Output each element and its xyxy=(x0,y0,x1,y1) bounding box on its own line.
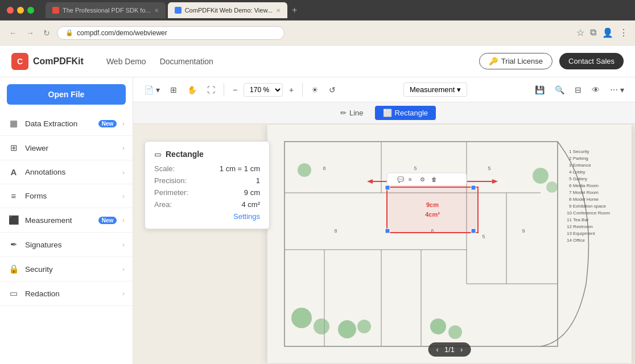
zoom-in-button[interactable]: + xyxy=(285,82,298,97)
sidebar-item-viewer[interactable]: ⊞ Viewer › xyxy=(0,136,133,160)
svg-text:⚙: ⚙ xyxy=(420,176,425,183)
view-button[interactable]: 👁 xyxy=(588,82,604,97)
svg-text:10  Conference Room: 10 Conference Room xyxy=(567,210,610,216)
rectangle-popup-icon: ▭ xyxy=(154,150,161,159)
svg-text:13  Equipment: 13 Equipment xyxy=(567,231,595,236)
svg-text:5: 5 xyxy=(488,166,490,171)
signatures-icon: ✒ xyxy=(8,239,19,250)
viewer-toolbar: 📄 ▾ ⊞ ✋ ⛶ − 170 % + ☀ ↺ Measurement ▾ 💾 … xyxy=(133,77,635,102)
svg-rect-31 xyxy=(387,187,478,233)
rectangle-button[interactable]: ⬜ Rectangle xyxy=(375,106,436,120)
security-chevron: › xyxy=(122,266,125,272)
open-file-button[interactable]: Open File xyxy=(7,84,126,105)
measure-row-precision: Precision: 1 xyxy=(154,176,260,185)
measure-row-perimeter: Perimeter: 9 cm xyxy=(154,188,260,197)
reload-button[interactable]: ↻ xyxy=(41,26,52,40)
more-button[interactable]: ⋯ ▾ xyxy=(606,82,628,97)
svg-rect-33 xyxy=(471,185,476,190)
svg-text:9: 9 xyxy=(522,228,525,234)
sidebar-item-label-redaction: Redaction xyxy=(25,289,117,298)
data-extraction-icon: ▦ xyxy=(8,118,19,129)
nav-documentation[interactable]: Documentation xyxy=(160,57,213,66)
page-indicator: 1/1 xyxy=(444,345,455,354)
svg-point-16 xyxy=(448,325,462,339)
bookmark-icon[interactable]: ☆ xyxy=(576,27,584,38)
back-button[interactable]: ← xyxy=(7,26,19,40)
panel-button[interactable]: ⊟ xyxy=(571,82,585,97)
key-icon: 🔑 xyxy=(489,57,498,65)
minimize-dot[interactable] xyxy=(17,7,24,14)
trial-license-button[interactable]: 🔑 Trial License xyxy=(479,53,552,69)
tab-close-2[interactable]: ✕ xyxy=(276,7,281,14)
sidebar-item-label-signatures: Signatures xyxy=(25,241,117,249)
svg-text:11  Tea Bar: 11 Tea Bar xyxy=(567,217,589,222)
svg-rect-35 xyxy=(471,229,476,233)
rectangle-label: Rectangle xyxy=(395,109,428,117)
svg-text:5  Gallery: 5 Gallery xyxy=(569,176,587,181)
svg-text:≡: ≡ xyxy=(409,176,412,183)
sidebar-item-security[interactable]: 🔒 Security › xyxy=(0,257,133,282)
viewer-area: ▭ Rectangle Scale: 1 cm = 1 cm Precision… xyxy=(133,124,635,364)
svg-point-13 xyxy=(338,320,356,338)
new-tab-button[interactable]: + xyxy=(292,5,297,15)
address-bar[interactable]: 🔒 compdf.com/demo/webviewer xyxy=(57,26,284,40)
thumbnail-button[interactable]: ⊞ xyxy=(166,82,181,97)
address-bar-row: ← → ↻ 🔒 compdf.com/demo/webviewer ☆ ⧉ 👤 … xyxy=(0,20,635,46)
maximize-dot[interactable] xyxy=(27,7,34,14)
svg-text:4cm²: 4cm² xyxy=(425,211,440,218)
forward-button[interactable]: → xyxy=(24,26,36,40)
svg-rect-32 xyxy=(385,185,390,190)
lock-icon: 🔒 xyxy=(65,29,73,36)
redaction-icon: ▭ xyxy=(8,288,19,299)
fullscreen-button[interactable]: ⛶ xyxy=(203,82,219,97)
header-buttons: 🔑 Trial License Contact Sales xyxy=(479,53,624,69)
menu-icon[interactable]: ⋮ xyxy=(619,27,628,38)
nav-web-demo[interactable]: Web Demo xyxy=(106,57,146,66)
tab-close-1[interactable]: ✕ xyxy=(154,7,159,14)
tab-pdf-sdk[interactable]: The Professional PDF SDK fo... ✕ xyxy=(46,2,166,18)
sub-toolbar: ✏ Line ⬜ Rectangle xyxy=(133,102,635,124)
close-dot[interactable] xyxy=(7,7,14,14)
forms-icon: ≡ xyxy=(8,191,19,201)
next-page-button[interactable]: › xyxy=(460,345,463,354)
svg-text:8: 8 xyxy=(323,166,325,171)
measurement-dropdown-arrow: ▾ xyxy=(457,85,461,94)
profile-icon[interactable]: 👤 xyxy=(602,27,613,38)
trial-label: Trial License xyxy=(501,57,543,65)
app-header: C ComPDFKit Web Demo Documentation 🔑 Tri… xyxy=(0,46,635,77)
new-doc-button[interactable]: 📄 ▾ xyxy=(140,82,164,97)
contact-sales-button[interactable]: Contact Sales xyxy=(559,53,624,69)
signatures-chevron: › xyxy=(122,241,125,248)
tab-title-1: The Professional PDF SDK fo... xyxy=(63,7,151,14)
measurement-dropdown[interactable]: Measurement ▾ xyxy=(403,82,467,97)
search-button[interactable]: 🔍 xyxy=(551,82,568,97)
svg-text:🗑: 🗑 xyxy=(431,176,437,183)
tab-title-2: ComPDFKit Web Demo: View... xyxy=(185,7,273,14)
svg-point-15 xyxy=(430,318,446,334)
logo: C ComPDFKit xyxy=(11,53,84,70)
save-button[interactable]: 💾 xyxy=(531,82,549,97)
svg-text:💬: 💬 xyxy=(397,176,405,183)
svg-text:8: 8 xyxy=(334,228,337,234)
zoom-out-button[interactable]: − xyxy=(229,82,241,97)
svg-text:9  Exhibition space: 9 Exhibition space xyxy=(569,204,606,209)
sidebar-item-measurement[interactable]: ⬛ Measurement New › xyxy=(0,208,133,233)
hand-button[interactable]: ✋ xyxy=(183,82,201,97)
rotate-button[interactable]: ↺ xyxy=(325,82,340,97)
zoom-select[interactable]: 170 % xyxy=(244,83,283,97)
sidebar-item-data-extraction[interactable]: ▦ Data Extraction New › xyxy=(0,111,133,136)
sidebar-item-redaction[interactable]: ▭ Redaction › xyxy=(0,282,133,306)
sidebar-item-forms[interactable]: ≡ Forms › xyxy=(0,184,133,208)
settings-link[interactable]: Settings xyxy=(154,212,260,221)
sidebar-item-signatures[interactable]: ✒ Signatures › xyxy=(0,233,133,257)
prev-page-button[interactable]: ‹ xyxy=(436,345,439,354)
brightness-button[interactable]: ☀ xyxy=(307,82,323,97)
extensions-icon[interactable]: ⧉ xyxy=(590,27,596,38)
line-button[interactable]: ✏ Line xyxy=(332,106,372,120)
tab-compdf[interactable]: ComPDFKit Web Demo: View... ✕ xyxy=(168,2,287,18)
toolbar-divider-2 xyxy=(302,83,303,97)
address-text: compdf.com/demo/webviewer xyxy=(77,29,167,37)
precision-label: Precision: xyxy=(154,176,187,185)
window-controls xyxy=(7,7,34,14)
sidebar-item-annotations[interactable]: A Annotations › xyxy=(0,160,133,184)
